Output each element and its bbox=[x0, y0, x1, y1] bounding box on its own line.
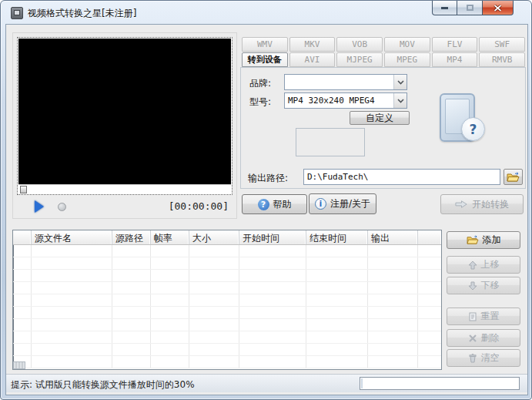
column-header-4[interactable]: 大小 bbox=[189, 230, 239, 244]
start-convert-button[interactable]: 开始转换 bbox=[440, 194, 524, 214]
table-cell bbox=[112, 356, 151, 368]
info-icon: i bbox=[315, 198, 326, 210]
table-cell bbox=[13, 294, 32, 306]
table-cell bbox=[32, 307, 112, 318]
progress-bar bbox=[360, 377, 520, 390]
register-about-button[interactable]: i 注册/关于 bbox=[309, 193, 376, 214]
table-cell bbox=[151, 319, 189, 331]
column-header-1[interactable]: 源文件名 bbox=[32, 230, 112, 244]
column-header-2[interactable]: 源路径 bbox=[112, 230, 151, 244]
customize-button[interactable]: 自定义 bbox=[350, 111, 410, 125]
format-tab-row-1: WMVMKVVOBMOVFLVSWF bbox=[242, 37, 525, 52]
tab-wmv[interactable]: WMV bbox=[242, 37, 288, 52]
table-row[interactable] bbox=[13, 307, 441, 319]
table-cell bbox=[189, 282, 239, 294]
column-header-5[interactable]: 开始时间 bbox=[239, 230, 306, 244]
table-cell bbox=[32, 270, 112, 281]
stop-icon[interactable] bbox=[58, 203, 66, 211]
tab-rmvb[interactable]: RMVB bbox=[479, 52, 525, 67]
table-cell bbox=[306, 307, 368, 318]
tab-mpeg[interactable]: MPEG bbox=[384, 52, 430, 67]
table-cell bbox=[306, 294, 368, 306]
table-body bbox=[13, 245, 441, 368]
table-row[interactable] bbox=[13, 282, 441, 294]
tab-mov[interactable]: MOV bbox=[384, 37, 430, 52]
column-header-blank-0[interactable] bbox=[13, 230, 32, 244]
column-header-blank-8[interactable] bbox=[418, 230, 441, 244]
table-cell bbox=[306, 356, 368, 368]
move-down-button[interactable]: 下移 bbox=[447, 277, 520, 294]
table-cell bbox=[368, 282, 418, 294]
table-cell bbox=[368, 257, 418, 269]
table-row[interactable] bbox=[13, 319, 441, 331]
table-cell bbox=[13, 257, 32, 269]
play-icon[interactable] bbox=[35, 200, 44, 213]
scroll-grip[interactable] bbox=[13, 361, 25, 369]
table-cell bbox=[189, 245, 239, 257]
tab-avi[interactable]: AVI bbox=[289, 52, 336, 67]
help-icon: ? bbox=[258, 199, 269, 210]
tab-mkv[interactable]: MKV bbox=[289, 37, 336, 52]
add-button[interactable]: 添加 bbox=[447, 231, 520, 249]
column-header-7[interactable]: 输出 bbox=[368, 230, 418, 244]
seek-thumb[interactable] bbox=[20, 186, 27, 193]
minimize-button[interactable] bbox=[432, 1, 457, 15]
tab-mp4[interactable]: MP4 bbox=[432, 52, 478, 67]
register-about-label: 注册/关于 bbox=[330, 197, 370, 210]
tab-转到设备[interactable]: 转到设备 bbox=[242, 52, 288, 67]
tab-flv[interactable]: FLV bbox=[432, 37, 478, 52]
chevron-down-icon[interactable] bbox=[393, 93, 407, 108]
model-select[interactable]: MP4 320x240 MPEG4 bbox=[284, 92, 407, 109]
browse-folder-button[interactable] bbox=[504, 169, 523, 185]
table-row[interactable] bbox=[13, 356, 441, 368]
title-bar[interactable]: 视频格式转换之星[未注册] bbox=[1, 1, 531, 24]
delete-label: 删除 bbox=[481, 331, 500, 345]
reset-button[interactable]: 重置 bbox=[447, 308, 520, 325]
table-cell bbox=[368, 307, 418, 318]
table-cell bbox=[239, 319, 306, 331]
add-label: 添加 bbox=[483, 234, 501, 247]
column-header-6[interactable]: 结束时间 bbox=[306, 230, 368, 244]
help-button[interactable]: ? 帮助 bbox=[242, 194, 307, 214]
model-label: 型号: bbox=[249, 96, 271, 109]
table-cell bbox=[32, 319, 112, 331]
delete-button[interactable]: 删除 bbox=[447, 329, 520, 347]
table-row[interactable] bbox=[13, 270, 441, 282]
move-up-button[interactable]: 上移 bbox=[447, 256, 520, 274]
table-row[interactable] bbox=[13, 245, 441, 257]
reset-label: 重置 bbox=[481, 310, 500, 323]
table-cell bbox=[112, 257, 151, 269]
table-cell bbox=[112, 307, 151, 318]
brand-select[interactable] bbox=[284, 74, 407, 90]
chevron-down-icon[interactable] bbox=[393, 75, 407, 89]
clear-button[interactable]: 清空 bbox=[447, 349, 520, 367]
window-controls bbox=[432, 1, 514, 15]
client-area: [00:00:00] WMVMKVVOBMOVFLVSWF 转到设备AVIMJP… bbox=[5, 24, 528, 395]
seek-bar[interactable] bbox=[18, 184, 231, 193]
player-controls: [00:00:00] bbox=[18, 198, 232, 217]
close-button[interactable] bbox=[482, 1, 514, 15]
window-title: 视频格式转换之星[未注册] bbox=[28, 7, 136, 20]
table-cell bbox=[13, 331, 32, 343]
table-cell bbox=[151, 245, 189, 257]
maximize-button[interactable] bbox=[457, 1, 482, 15]
table-row[interactable] bbox=[13, 331, 441, 344]
table-row[interactable] bbox=[13, 344, 441, 356]
column-header-3[interactable]: 帧率 bbox=[151, 230, 189, 244]
table-row[interactable] bbox=[13, 294, 441, 307]
table-cell bbox=[368, 356, 418, 368]
format-tab-row-2: 转到设备AVIMJPEGMPEGMP4RMVB bbox=[242, 52, 525, 67]
table-cell bbox=[112, 282, 151, 294]
output-path-input[interactable] bbox=[303, 169, 500, 185]
table-cell bbox=[189, 319, 239, 331]
tab-vob[interactable]: VOB bbox=[336, 37, 383, 52]
table-cell bbox=[151, 270, 189, 281]
app-icon bbox=[11, 7, 23, 19]
table-row[interactable] bbox=[13, 257, 441, 270]
table-cell bbox=[368, 270, 418, 281]
table-cell bbox=[306, 319, 368, 331]
arrow-right-icon bbox=[455, 200, 468, 209]
tab-mjpeg[interactable]: MJPEG bbox=[336, 52, 383, 67]
tab-swf[interactable]: SWF bbox=[479, 37, 525, 52]
status-bar: 提示: 试用版只能转换源文件播放时间的30% bbox=[6, 374, 527, 392]
